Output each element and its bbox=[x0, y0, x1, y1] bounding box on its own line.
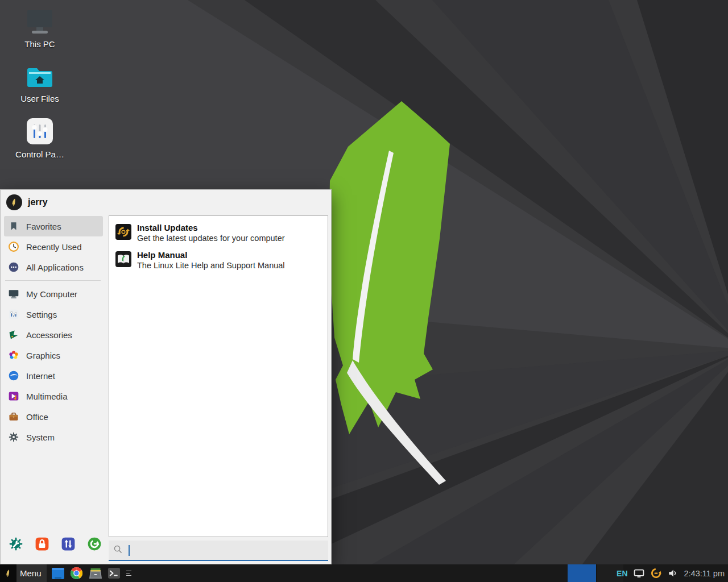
taskbar: Menu bbox=[0, 564, 728, 582]
menu-app-list: Install Updates Get the latest updates f… bbox=[109, 215, 328, 537]
sidebar-item-graphics[interactable]: Graphics bbox=[4, 345, 103, 365]
sidebar-item-label: All Applications bbox=[26, 263, 84, 272]
app-item-description: Get the latest updates for your computer bbox=[137, 233, 285, 244]
sliders-icon bbox=[7, 308, 20, 321]
graphics-icon bbox=[7, 349, 20, 361]
desktop: This PC User Files bbox=[0, 0, 728, 582]
sidebar-item-label: Multimedia bbox=[26, 392, 68, 401]
user-avatar[interactable] bbox=[6, 194, 22, 210]
search-icon bbox=[113, 544, 123, 556]
gear-icon bbox=[7, 431, 20, 443]
monitor-icon bbox=[7, 288, 20, 300]
sidebar-item-label: Accessories bbox=[26, 330, 72, 340]
workspace-switcher[interactable] bbox=[568, 564, 623, 582]
sidebar-item-label: Internet bbox=[26, 371, 55, 381]
username: jerry bbox=[28, 197, 48, 207]
clock-icon bbox=[7, 240, 20, 253]
lock-screen-button[interactable] bbox=[35, 537, 49, 551]
sidebar-item-accessories[interactable]: Accessories bbox=[4, 325, 103, 345]
menu-sidebar: Favorites Recently Used All Applications bbox=[1, 216, 105, 522]
workspace-active[interactable] bbox=[568, 564, 596, 582]
menu-action-buttons bbox=[9, 537, 102, 551]
accessories-icon bbox=[7, 329, 20, 341]
switch-user-button[interactable] bbox=[61, 537, 76, 551]
desktop-icon-user-files[interactable]: User Files bbox=[13, 64, 67, 103]
window-list-icon[interactable] bbox=[126, 571, 131, 576]
sidebar-item-internet[interactable]: Internet bbox=[4, 365, 103, 386]
sidebar-item-favorites[interactable]: Favorites bbox=[4, 216, 103, 236]
linux-lite-feather-icon bbox=[0, 564, 16, 582]
sidebar-item-label: Settings bbox=[26, 310, 57, 319]
system-tray: EN 2:43:11 pm bbox=[617, 564, 725, 582]
desktop-icon-control-panel[interactable]: Control Pa… bbox=[13, 118, 67, 159]
multimedia-icon bbox=[7, 390, 20, 402]
updates-tray-icon[interactable] bbox=[650, 567, 662, 579]
volume-tray-icon[interactable] bbox=[668, 568, 679, 579]
log-out-button[interactable] bbox=[87, 537, 102, 551]
sidebar-item-system[interactable]: System bbox=[4, 427, 103, 447]
desktop-icon-list: This PC User Files bbox=[13, 9, 67, 159]
app-item-description: The Linux Lite Help and Support Manual bbox=[137, 260, 285, 271]
settings-manager-button[interactable] bbox=[9, 537, 23, 551]
sidebar-item-settings[interactable]: Settings bbox=[4, 304, 103, 325]
whisker-menu: jerry Favorites Recently Used All Applic… bbox=[0, 189, 332, 564]
menu-search-field[interactable] bbox=[109, 541, 328, 561]
install-updates-icon bbox=[115, 223, 132, 240]
sidebar-item-label: My Computer bbox=[26, 289, 77, 299]
all-apps-icon bbox=[7, 261, 20, 273]
sidebar-item-label: Graphics bbox=[26, 351, 60, 360]
bookmark-icon bbox=[7, 220, 20, 232]
sidebar-item-my-computer[interactable]: My Computer bbox=[4, 284, 103, 304]
computer-icon bbox=[27, 9, 53, 34]
sidebar-item-label: System bbox=[26, 433, 55, 442]
menu-header: jerry bbox=[1, 190, 331, 215]
home-folder-icon bbox=[27, 64, 53, 89]
search-input[interactable] bbox=[127, 546, 298, 555]
terminal-icon[interactable] bbox=[107, 566, 122, 581]
desktop-icon-label: User Files bbox=[20, 94, 59, 103]
globe-icon bbox=[7, 369, 20, 382]
sidebar-item-office[interactable]: Office bbox=[4, 406, 103, 427]
menu-button[interactable]: Menu bbox=[0, 564, 47, 582]
sidebar-item-label: Office bbox=[26, 412, 48, 422]
app-item-title: Help Manual bbox=[137, 250, 285, 260]
briefcase-icon bbox=[7, 410, 20, 423]
control-panel-icon bbox=[27, 118, 53, 144]
show-desktop-button[interactable] bbox=[51, 566, 65, 581]
desktop-icon-label: Control Pa… bbox=[15, 149, 64, 159]
sidebar-item-label: Recently Used bbox=[26, 242, 82, 252]
chrome-browser-icon[interactable] bbox=[69, 566, 84, 581]
text-cursor bbox=[129, 545, 130, 556]
sidebar-separator bbox=[5, 280, 101, 281]
file-manager-icon[interactable] bbox=[88, 566, 103, 581]
display-tray-icon[interactable] bbox=[634, 569, 644, 578]
sidebar-item-recently-used[interactable]: Recently Used bbox=[4, 236, 103, 257]
help-manual-icon bbox=[115, 251, 132, 268]
desktop-icon-label: This PC bbox=[24, 39, 55, 49]
desktop-icon-this-pc[interactable]: This PC bbox=[13, 9, 67, 49]
keyboard-layout-indicator[interactable]: EN bbox=[617, 569, 627, 578]
sidebar-item-all-applications[interactable]: All Applications bbox=[4, 257, 103, 277]
app-item-install-updates[interactable]: Install Updates Get the latest updates f… bbox=[114, 220, 323, 247]
app-item-help-manual[interactable]: Help Manual The Linux Lite Help and Supp… bbox=[114, 247, 323, 275]
sidebar-item-label: Favorites bbox=[26, 222, 61, 231]
sidebar-item-multimedia[interactable]: Multimedia bbox=[4, 386, 103, 406]
app-item-title: Install Updates bbox=[137, 222, 285, 233]
menu-button-label: Menu bbox=[16, 568, 47, 578]
clock[interactable]: 2:43:11 pm bbox=[684, 569, 725, 578]
